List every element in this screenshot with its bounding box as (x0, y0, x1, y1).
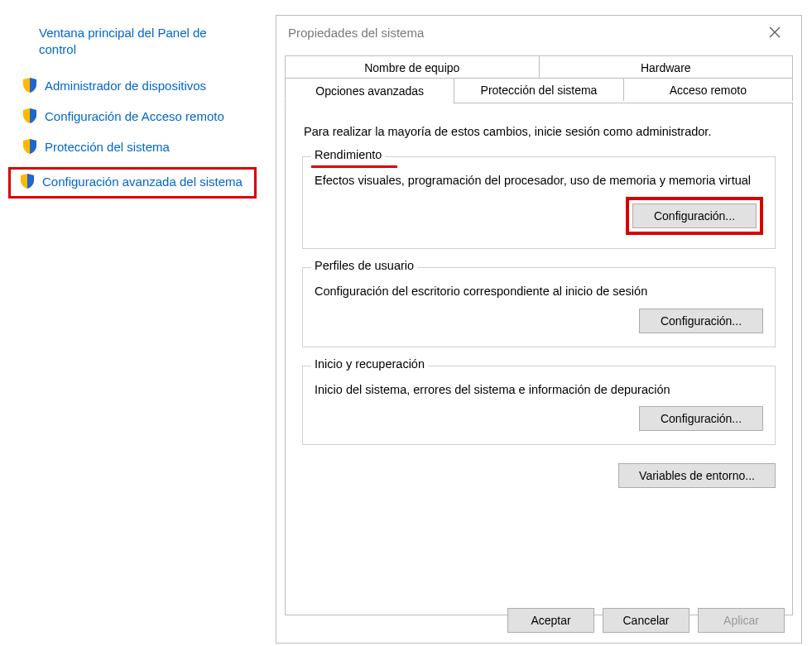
group-performance: Rendimiento Efectos visuales, programaci… (302, 156, 776, 249)
group-desc-startup: Inicio del sistema, errores del sistema … (315, 381, 763, 398)
group-desc-profiles: Configuración del escritorio correspondi… (315, 283, 763, 299)
sidebar-item-label: Configuración avanzada del sistema (42, 173, 243, 190)
tab-computer-name[interactable]: Nombre de equipo (285, 55, 540, 79)
sidebar-item-system-protection[interactable]: Protección del sistema (18, 136, 257, 157)
close-icon[interactable] (758, 16, 791, 49)
environment-variables-button[interactable]: Variables de entorno... (618, 463, 776, 488)
control-panel-sidebar: Ventana principal del Panel de control A… (0, 17, 257, 208)
tab-body-advanced: Para realizar la mayoría de estos cambio… (285, 103, 793, 615)
control-panel-home-link[interactable]: Ventana principal del Panel de control (39, 25, 236, 59)
shield-icon (22, 77, 38, 93)
shield-icon (19, 173, 36, 189)
group-legend-profiles: Perfiles de usuario (311, 259, 417, 272)
apply-button[interactable]: Aplicar (698, 608, 785, 633)
group-desc-performance: Efectos visuales, programación del proce… (315, 172, 763, 189)
tab-remote-access[interactable]: Acceso remoto (624, 78, 793, 101)
shield-icon (22, 138, 38, 155)
sidebar-item-device-manager[interactable]: Administrador de dispositivos (18, 75, 257, 96)
shield-icon (22, 108, 38, 124)
dialog-button-row: Aceptar Cancelar Aplicar (507, 608, 785, 633)
sidebar-item-label: Administrador de dispositivos (45, 77, 206, 94)
group-legend-startup: Inicio y recuperación (311, 357, 428, 371)
ok-button[interactable]: Aceptar (507, 608, 594, 633)
admin-notice: Para realizar la mayoría de estos cambio… (304, 125, 774, 138)
sidebar-item-remote-access[interactable]: Configuración de Acceso remoto (18, 106, 257, 127)
sidebar-item-label: Protección del sistema (45, 138, 170, 156)
tab-system-protection[interactable]: Protección del sistema (454, 78, 623, 101)
performance-settings-button[interactable]: Configuración... (632, 203, 757, 228)
profiles-settings-button[interactable]: Configuración... (639, 309, 763, 333)
tab-hardware[interactable]: Hardware (540, 55, 794, 79)
sidebar-item-label: Configuración de Acceso remoto (45, 108, 224, 125)
group-legend-performance: Rendimiento (311, 148, 385, 161)
highlight-box: Configuración... (626, 197, 763, 235)
startup-settings-button[interactable]: Configuración... (639, 406, 763, 431)
sidebar-item-advanced-settings[interactable]: Configuración avanzada del sistema (8, 167, 257, 198)
cancel-button[interactable]: Cancelar (603, 608, 689, 633)
highlight-underline (311, 165, 397, 168)
group-startup-recovery: Inicio y recuperación Inicio del sistema… (302, 366, 776, 445)
group-user-profiles: Perfiles de usuario Configuración del es… (302, 267, 776, 347)
dialog-title: Propiedades del sistema (288, 26, 424, 40)
system-properties-dialog: Propiedades del sistema Nombre de equipo… (276, 15, 802, 644)
tab-advanced-options[interactable]: Opciones avanzadas (285, 78, 454, 104)
titlebar: Propiedades del sistema (276, 16, 801, 49)
tab-area: Nombre de equipo Hardware Opciones avanz… (285, 55, 793, 615)
